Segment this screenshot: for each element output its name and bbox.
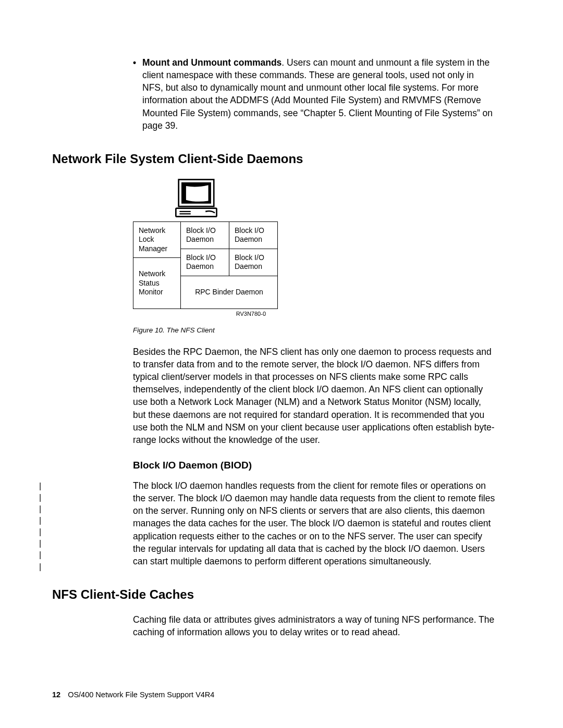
svg-rect-2 xyxy=(176,208,216,217)
bullet-text: Mount and Unmount commands. Users can mo… xyxy=(142,56,495,132)
bullet-item-mount: • Mount and Unmount commands. Users can … xyxy=(133,56,495,132)
change-bar: |||||||| xyxy=(39,480,40,566)
daemon-table: Network Lock Manager Block I/O Daemon Bl… xyxy=(133,221,278,309)
bullet-body: . Users can mount and unmount a file sys… xyxy=(142,57,493,131)
figure-reference-id: RV3N780-0 xyxy=(133,311,266,317)
cell-biod: Block I/O Daemon xyxy=(229,249,278,276)
heading-client-caches: NFS Client-Side Caches xyxy=(52,587,495,602)
bullet-title: Mount and Unmount commands xyxy=(142,57,282,68)
cell-rpc: RPC Binder Daemon xyxy=(181,276,278,309)
heading-biod: Block I/O Daemon (BIOD) xyxy=(133,460,495,471)
cell-biod: Block I/O Daemon xyxy=(181,221,229,249)
cell-biod: Block I/O Daemon xyxy=(181,249,229,276)
cell-biod: Block I/O Daemon xyxy=(229,221,278,249)
footer-title: OS/400 Network File System Support V4R4 xyxy=(68,690,214,699)
cell-nlm: Network Lock Manager xyxy=(133,221,181,258)
figure-caption: Figure 10. The NFS Client xyxy=(133,326,495,334)
paragraph-caching: Caching file data or attributes gives ad… xyxy=(133,613,495,638)
bullet-marker: • xyxy=(133,56,142,132)
table-row: Network Lock Manager Block I/O Daemon Bl… xyxy=(133,221,278,249)
paragraph-rpc-daemon: Besides the RPC Daemon, the NFS client h… xyxy=(133,346,495,446)
page-number: 12 xyxy=(52,690,60,699)
monitor-icon xyxy=(175,178,222,219)
cell-nsm: Network Status Monitor xyxy=(133,258,181,309)
page-footer: 12OS/400 Network File System Support V4R… xyxy=(52,690,214,699)
paragraph-biod: The block I/O daemon handles requests fr… xyxy=(133,479,495,567)
heading-client-daemons: Network File System Client-Side Daemons xyxy=(52,152,495,166)
figure-nfs-client: Network Lock Manager Block I/O Daemon Bl… xyxy=(133,178,495,567)
